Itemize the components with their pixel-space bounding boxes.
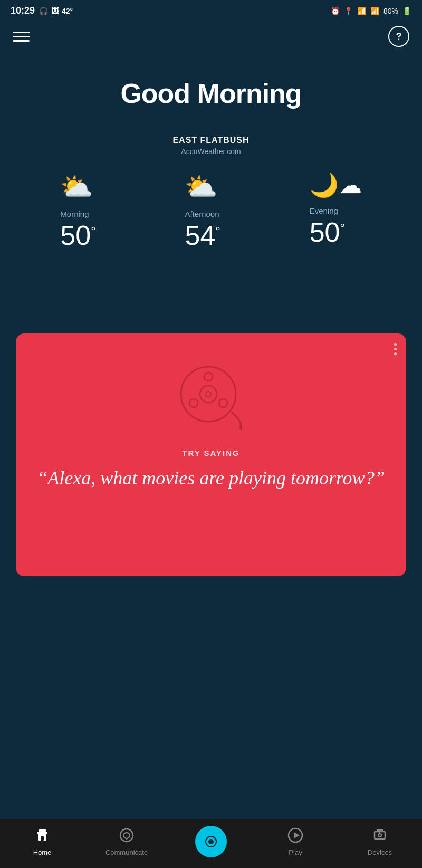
gallery-icon: 🖼: [51, 7, 59, 15]
bottom-nav: Home Communicate Play: [0, 819, 422, 868]
weather-source: AccuWeather.com: [11, 147, 411, 156]
svg-point-12: [208, 839, 214, 844]
weather-morning: ⛅ Morning 50°: [60, 171, 95, 249]
alexa-quote-text: “Alexa, what movies are playing tomorrow…: [32, 466, 390, 491]
svg-marker-14: [294, 832, 300, 838]
weather-evening: 🌙☁ Evening 50°: [310, 171, 362, 246]
try-saying-label: TRY SAYING: [182, 449, 239, 457]
mid-spacer: [0, 270, 422, 333]
afternoon-temp: 54°: [185, 222, 220, 249]
weather-grid: ⛅ Morning 50° ⛅ Afternoon 54° 🌙☁ Evening…: [11, 171, 411, 249]
home-icon: [34, 827, 50, 845]
greeting-section: Good Morning: [0, 51, 422, 125]
play-icon: [287, 827, 303, 845]
film-reel-icon: [174, 360, 248, 436]
svg-point-3: [204, 373, 213, 381]
svg-point-1: [200, 386, 217, 403]
nav-alexa[interactable]: [185, 826, 237, 857]
nav-communicate[interactable]: Communicate: [100, 827, 153, 856]
nav-devices[interactable]: Devices: [353, 827, 406, 856]
evening-label: Evening: [310, 206, 338, 215]
status-time: 10:29: [11, 5, 35, 16]
temp-status: 42°: [62, 7, 73, 15]
card-menu-button[interactable]: [394, 343, 397, 355]
communicate-label: Communicate: [106, 848, 148, 856]
svg-point-16: [378, 834, 381, 837]
greeting-title: Good Morning: [11, 78, 411, 109]
wifi-icon: 📶: [357, 7, 366, 15]
morning-temp: 50°: [60, 222, 95, 249]
svg-rect-9: [41, 836, 44, 841]
devices-label: Devices: [368, 848, 392, 856]
nav-play[interactable]: Play: [269, 827, 322, 856]
status-bar: 10:29 🎧 🖼 42° ⏰ 📍 📶 📶 80% 🔋: [0, 0, 422, 20]
svg-rect-7: [37, 832, 47, 834]
battery-icon: 🔋: [402, 7, 411, 15]
top-nav: ?: [0, 20, 422, 51]
devices-icon: [372, 827, 388, 845]
svg-point-2: [206, 392, 211, 397]
svg-point-5: [189, 399, 198, 407]
weather-section: EAST FLATBUSH AccuWeather.com ⛅ Morning …: [0, 125, 422, 270]
home-label: Home: [33, 848, 52, 856]
svg-point-4: [219, 399, 227, 407]
location-icon: 📍: [344, 7, 353, 15]
bluetooth-icon: 🎧: [39, 7, 48, 15]
nav-home[interactable]: Home: [16, 827, 69, 856]
menu-button[interactable]: [13, 32, 30, 42]
svg-point-0: [181, 367, 236, 422]
morning-label: Morning: [60, 209, 89, 218]
afternoon-weather-icon: ⛅: [185, 171, 217, 202]
morning-weather-icon: ⛅: [60, 171, 93, 202]
communicate-icon: [119, 827, 135, 845]
evening-weather-icon: 🌙☁: [310, 171, 362, 199]
suggestion-card: TRY SAYING “Alexa, what movies are playi…: [16, 333, 406, 576]
weather-afternoon: ⛅ Afternoon 54°: [185, 171, 220, 249]
help-button[interactable]: ?: [388, 26, 409, 47]
alexa-icon[interactable]: [195, 826, 227, 857]
location-name: EAST FLATBUSH: [11, 136, 411, 145]
battery-percent: 80%: [383, 7, 398, 15]
signal-icon: 📶: [370, 7, 379, 15]
svg-point-10: [120, 829, 133, 842]
alarm-icon: ⏰: [331, 7, 340, 15]
svg-rect-6: [39, 829, 46, 832]
play-label: Play: [289, 848, 302, 856]
evening-temp: 50°: [310, 218, 345, 246]
afternoon-label: Afternoon: [185, 209, 219, 218]
